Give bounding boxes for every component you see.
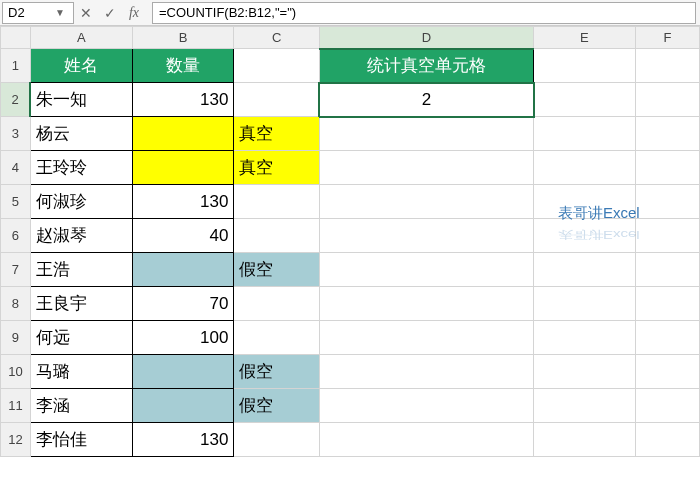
row-header-12[interactable]: 12 [1,423,31,457]
cell-a12[interactable]: 李怡佳 [30,423,132,457]
cell-f8[interactable] [635,287,699,321]
col-header-e[interactable]: E [534,27,636,49]
row-header-1[interactable]: 1 [1,49,31,83]
row-header-2[interactable]: 2 [1,83,31,117]
cell-f7[interactable] [635,253,699,287]
header-qty[interactable]: 数量 [132,49,234,83]
cell-e4[interactable] [534,151,636,185]
cell-e1[interactable] [534,49,636,83]
row-header-11[interactable]: 11 [1,389,31,423]
cell-c2[interactable] [234,83,320,117]
cell-d12[interactable] [319,423,533,457]
fx-icon[interactable]: fx [122,5,146,21]
cell-e3[interactable] [534,117,636,151]
row-header-4[interactable]: 4 [1,151,31,185]
col-header-c[interactable]: C [234,27,320,49]
cell-a4[interactable]: 王玲玲 [30,151,132,185]
cell-b4[interactable] [132,151,234,185]
cell-a8[interactable]: 王良宇 [30,287,132,321]
row-header-9[interactable]: 9 [1,321,31,355]
row-header-8[interactable]: 8 [1,287,31,321]
cell-c7-annot[interactable]: 假空 [234,253,320,287]
row-header-3[interactable]: 3 [1,117,31,151]
cell-f2[interactable] [635,83,699,117]
cell-a5[interactable]: 何淑珍 [30,185,132,219]
cell-d9[interactable] [319,321,533,355]
cell-c4-annot[interactable]: 真空 [234,151,320,185]
name-box-dropdown-icon[interactable]: ▼ [52,7,68,18]
cell-a2[interactable]: 朱一知 [30,83,132,117]
cell-c8[interactable] [234,287,320,321]
col-header-f[interactable]: F [635,27,699,49]
cell-b2[interactable]: 130 [132,83,234,117]
col-header-a[interactable]: A [30,27,132,49]
row-header-6[interactable]: 6 [1,219,31,253]
cell-a7[interactable]: 王浩 [30,253,132,287]
cell-a9[interactable]: 何远 [30,321,132,355]
cell-c3-annot[interactable]: 真空 [234,117,320,151]
cell-c12[interactable] [234,423,320,457]
cell-b8[interactable]: 70 [132,287,234,321]
cell-b5[interactable]: 130 [132,185,234,219]
cell-e6[interactable] [534,219,636,253]
cell-c1[interactable] [234,49,320,83]
name-box[interactable]: D2 ▼ [2,2,74,24]
cell-e10[interactable] [534,355,636,389]
formula-confirm-icon[interactable]: ✓ [98,5,122,21]
cell-c5[interactable] [234,185,320,219]
row-12: 12 李怡佳 130 [1,423,700,457]
row-8: 8 王良宇 70 [1,287,700,321]
cell-a3[interactable]: 杨云 [30,117,132,151]
cell-f11[interactable] [635,389,699,423]
cell-e11[interactable] [534,389,636,423]
cell-d11[interactable] [319,389,533,423]
row-header-10[interactable]: 10 [1,355,31,389]
cell-c6[interactable] [234,219,320,253]
cell-f4[interactable] [635,151,699,185]
formula-text: =COUNTIF(B2:B12,"=") [159,5,296,20]
cell-b12[interactable]: 130 [132,423,234,457]
cell-e2[interactable] [534,83,636,117]
cell-c11-annot[interactable]: 假空 [234,389,320,423]
header-stat[interactable]: 统计真空单元格 [319,49,533,83]
cell-b11[interactable] [132,389,234,423]
cell-d5[interactable] [319,185,533,219]
cell-c9[interactable] [234,321,320,355]
cell-a11[interactable]: 李涵 [30,389,132,423]
cell-b10[interactable] [132,355,234,389]
cell-b3[interactable] [132,117,234,151]
formula-input[interactable]: =COUNTIF(B2:B12,"=") [152,2,696,24]
cell-d10[interactable] [319,355,533,389]
cell-e5[interactable] [534,185,636,219]
cell-f10[interactable] [635,355,699,389]
col-header-d[interactable]: D [319,27,533,49]
cell-f5[interactable] [635,185,699,219]
cell-a6[interactable]: 赵淑琴 [30,219,132,253]
cell-f9[interactable] [635,321,699,355]
cell-d2-result[interactable]: 2 [319,83,533,117]
cell-e9[interactable] [534,321,636,355]
cell-f1[interactable] [635,49,699,83]
cell-b6[interactable]: 40 [132,219,234,253]
cell-c10-annot[interactable]: 假空 [234,355,320,389]
cell-f12[interactable] [635,423,699,457]
cell-f3[interactable] [635,117,699,151]
cell-d7[interactable] [319,253,533,287]
cell-d3[interactable] [319,117,533,151]
cell-f6[interactable] [635,219,699,253]
cell-e8[interactable] [534,287,636,321]
row-header-7[interactable]: 7 [1,253,31,287]
col-header-b[interactable]: B [132,27,234,49]
cell-d6[interactable] [319,219,533,253]
cell-e7[interactable] [534,253,636,287]
formula-cancel-icon[interactable]: ✕ [74,5,98,21]
cell-d4[interactable] [319,151,533,185]
cell-b7[interactable] [132,253,234,287]
cell-e12[interactable] [534,423,636,457]
cell-d8[interactable] [319,287,533,321]
cell-a10[interactable]: 马璐 [30,355,132,389]
row-header-5[interactable]: 5 [1,185,31,219]
header-name[interactable]: 姓名 [30,49,132,83]
cell-b9[interactable]: 100 [132,321,234,355]
select-all-corner[interactable] [1,27,31,49]
